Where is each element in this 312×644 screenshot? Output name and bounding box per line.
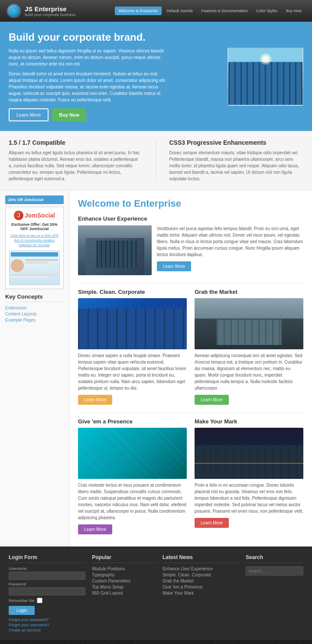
remember-me-label: Remember Me [9, 598, 35, 603]
hero-section: Build your corporate brand. Nulla eu ips… [0, 22, 312, 131]
password-label: Password [9, 582, 85, 586]
jomsocial-widget: J JomSocial Exclusive Offer: Get 20% OFF… [5, 207, 64, 289]
news-link-2[interactable]: Grab the Market [162, 579, 239, 583]
key-concepts-title: Key Concepts [5, 293, 64, 302]
jomsocial-banner: 20% Off JomSocial [5, 195, 64, 204]
remember-me-checkbox[interactable] [37, 598, 42, 603]
feature-2-title: CSS3 Progressive Enhancements [169, 139, 304, 146]
article-simple-learn-more-button[interactable]: Learn More [78, 395, 112, 405]
footer-login: Login Form Username Password Remember Me… [9, 554, 85, 632]
main-area: 20% Off JomSocial J JomSocial Exclusive … [0, 190, 312, 546]
footer-latest-news: Latest News Enhance User Experience Simp… [162, 554, 239, 632]
article-grab-image [195, 298, 303, 349]
features-section: 1.5 / 1.7 Compatible Aliquam eu tellus e… [0, 131, 312, 190]
welcome-title: Welcome to Enterprise [78, 198, 303, 209]
site-header: 🌐 JS Enterprise build your corporate bus… [0, 0, 312, 22]
hero-learn-more-button[interactable]: Learn More [9, 108, 49, 121]
hero-buy-now-button[interactable]: Buy Now [52, 108, 86, 121]
popular-link-1[interactable]: Typography [92, 572, 156, 577]
article-presence-text: Cras molestie lectus et risus posuere at… [78, 482, 187, 521]
hero-title: Build your corporate brand. [9, 31, 169, 43]
news-link-4[interactable]: Make Your Mark [162, 591, 239, 595]
footer-news-title: Latest News [162, 554, 239, 563]
nav-item-welcome[interactable]: Welcome to Enterprise [115, 7, 162, 15]
feature-1-text: Aliquam eu tellus eget ligula luctus pha… [9, 150, 143, 182]
key-concepts: Key Concepts Extensions Content Layouts … [5, 293, 64, 322]
article-presence-learn-more-button[interactable]: Learn More [78, 524, 112, 534]
article-mark-learn-more-button[interactable]: Learn More [195, 518, 229, 528]
forgot-password-link[interactable]: Forgot your password? [9, 618, 85, 622]
divider-2 [78, 413, 303, 413]
article-simple-title: Simple. Clean. Corporate [78, 289, 187, 295]
footer-popular: Popular Module Positions Typography Cust… [92, 554, 156, 632]
feature-divider [156, 139, 156, 182]
hero-text1: Nulla eu ipsum sed tellus dignissim frin… [9, 48, 169, 67]
news-link-0[interactable]: Enhance User Experience [162, 566, 239, 571]
article-presence: Give 'em a Presence Cras molestie lectus… [78, 418, 187, 534]
feature-2-text: Donec semper elementum mauris, vitae tri… [169, 150, 304, 182]
jomsocial-logo: J JomSocial [9, 211, 60, 220]
hero-text2: Donec blandit tortor sit amet lorem tinc… [9, 71, 169, 103]
article-grab-text: Aenean adipiscing consequat orci sit ame… [195, 352, 303, 391]
popular-link-4[interactable]: 960 Grid Layout [92, 591, 156, 595]
username-input[interactable] [9, 572, 85, 580]
news-link-1[interactable]: Simple. Clean. Corporate [162, 572, 239, 577]
jomsocial-desc: Exclusive Offer: Get 20% OFF JomSocial [9, 222, 60, 231]
forgot-username-link[interactable]: Forgot your username? [9, 623, 85, 627]
nav-item-buy[interactable]: Buy Now [282, 7, 306, 15]
feature-2: CSS3 Progressive Enhancements Donec semp… [169, 139, 304, 182]
hero-image [228, 47, 303, 106]
footer-search-input[interactable] [246, 566, 303, 576]
main-nav: Welcome to Enterprise Default Joomla Fea… [115, 7, 306, 15]
article-enhance-title: Enhance User Experience [78, 215, 303, 222]
main-content: Welcome to Enterprise Enhance User Exper… [69, 190, 312, 546]
login-button[interactable]: Login [9, 606, 35, 615]
footer-login-title: Login Form [9, 554, 85, 563]
article-mark: Make Your Mark Proin a felis in mi accum… [195, 418, 303, 534]
nav-item-features[interactable]: Features & Documentation [197, 7, 251, 15]
article-enhance-learn-more-button[interactable]: Learn More [157, 261, 191, 271]
username-label: Username [9, 566, 85, 571]
news-link-3[interactable]: Give 'em a Presence [162, 585, 239, 589]
footer-bottom: Copyright © 2012 Enterprise Joomla Templ… [0, 640, 312, 644]
popular-link-0[interactable]: Module Positions [92, 566, 156, 571]
logo-area: 🌐 JS Enterprise build your corporate bus… [6, 3, 76, 18]
article-presence-image [78, 428, 187, 479]
create-account-link[interactable]: Create an account [9, 628, 85, 632]
popular-link-2[interactable]: Custom Parameters [92, 579, 156, 583]
sidebar-link-content-layouts[interactable]: Content Layouts [5, 312, 64, 316]
sidebar-link-extensions[interactable]: Extensions [5, 306, 64, 310]
sidebar-link-example-pages[interactable]: Example Pages [5, 318, 64, 322]
feature-1: 1.5 / 1.7 Compatible Aliquam eu tellus e… [9, 139, 143, 182]
password-input[interactable] [9, 587, 85, 595]
footer-search: Search [246, 554, 303, 632]
article-grab-title: Grab the Market [195, 289, 303, 295]
article-simple: Simple. Clean. Corporate Donec ornare sa… [78, 289, 187, 405]
article-grab-learn-more-button[interactable]: Learn More [195, 395, 229, 405]
article-simple-text: Donec ornare sapien a nulla feugiat orna… [78, 352, 187, 391]
jomsocial-link[interactable]: Click here to get up to $30 OFF the #1 c… [9, 233, 60, 248]
article-mark-title: Make Your Mark [195, 418, 303, 425]
article-enhance-text: Vestibulum vel purus egestas felis tempu… [157, 225, 303, 258]
nav-item-colors[interactable]: Color Styles [252, 7, 281, 15]
article-enhance-image [78, 225, 152, 275]
hero-content: Build your corporate brand. Nulla eu ips… [9, 31, 169, 121]
site-footer: Login Form Username Password Remember Me… [0, 546, 312, 640]
footer-popular-title: Popular [92, 554, 156, 563]
logo-globe-icon: 🌐 [6, 3, 21, 18]
nav-item-default[interactable]: Default Joomla [162, 7, 196, 15]
article-mark-text: Proin a felis in mi accumsan congue. Don… [195, 482, 303, 514]
article-enhance: Enhance User Experience Vestibulum vel p… [78, 215, 303, 275]
sidebar: 20% Off JomSocial J JomSocial Exclusive … [0, 190, 69, 546]
popular-link-3[interactable]: Top Menu Setup [92, 585, 156, 589]
footer-search-title: Search [246, 554, 303, 563]
jomsocial-preview [9, 250, 60, 285]
article-simple-image [78, 298, 187, 349]
logo-text: JS Enterprise build your corporate busin… [25, 5, 76, 17]
divider-1 [78, 283, 303, 283]
articles-row-2: Give 'em a Presence Cras molestie lectus… [78, 418, 303, 534]
article-grab: Grab the Market Aenean adipiscing conseq… [195, 289, 303, 405]
article-mark-image [195, 428, 303, 479]
feature-1-title: 1.5 / 1.7 Compatible [9, 139, 143, 146]
articles-row-1: Simple. Clean. Corporate Donec ornare sa… [78, 289, 303, 405]
